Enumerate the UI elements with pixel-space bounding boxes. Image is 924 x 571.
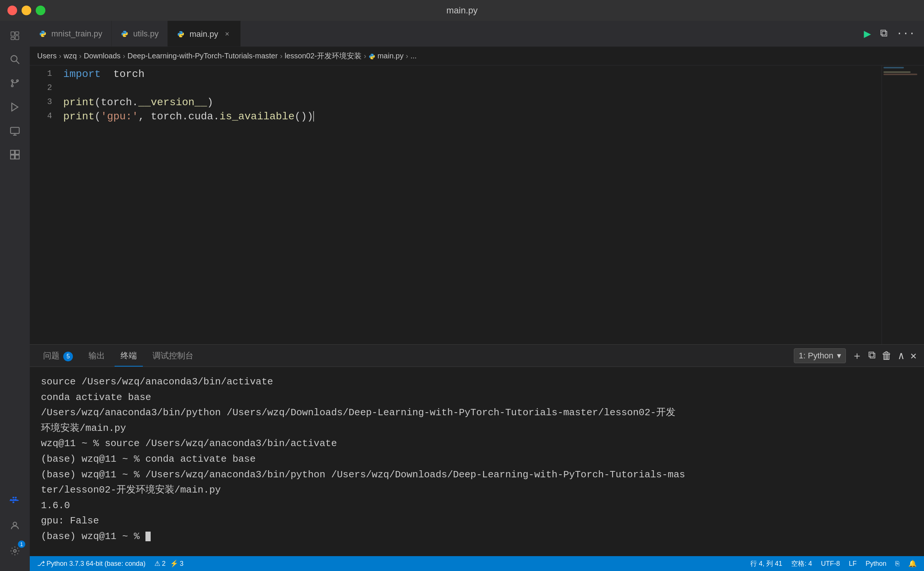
sidebar-item-remote[interactable] [4, 120, 26, 142]
close-button[interactable] [8, 6, 17, 15]
minimize-button[interactable] [22, 6, 31, 15]
collapse-panel-up-button[interactable]: ∧ [898, 349, 904, 362]
tab-mnist[interactable]: mnist_train.py [30, 21, 111, 46]
tab-utils[interactable]: utils.py [111, 21, 168, 46]
status-error-count: 3 [180, 560, 183, 568]
sidebar-item-explorer[interactable] [4, 25, 26, 47]
svg-rect-22 [12, 497, 14, 498]
breadcrumb-sep: › [406, 52, 409, 60]
status-spaces[interactable]: 空格: 4 [790, 559, 814, 568]
breadcrumb-project[interactable]: Deep-Learning-with-PyTorch-Tutorials-mas… [128, 52, 278, 60]
svg-marker-9 [12, 103, 18, 111]
terminal-selector[interactable]: 1: Python ▾ [794, 348, 846, 363]
run-button[interactable]: ▶ [862, 25, 872, 43]
terminal-line: 1.6.0 [41, 498, 913, 514]
app-body: 1 mnist_train.py utils.py [0, 21, 924, 571]
warning-icon: ⚠ [154, 559, 160, 568]
line-number: 1 [47, 67, 52, 81]
code-content[interactable]: import torch print (torch. __version__ )… [59, 65, 924, 344]
tab-close-button[interactable]: × [223, 30, 231, 39]
split-terminal-button[interactable]: ⧉ [868, 350, 876, 361]
window-controls[interactable] [8, 6, 45, 15]
problems-badge: 5 [63, 352, 73, 361]
tab-main[interactable]: main.py × [168, 21, 241, 46]
breadcrumb-sep: › [123, 52, 125, 60]
terminal-line: gpu: False [41, 513, 913, 529]
svg-point-4 [11, 56, 17, 62]
code-text: torch [101, 68, 145, 80]
panel-tab-terminal[interactable]: 终端 [115, 348, 143, 364]
panel-tab-problems[interactable]: 问题 5 [37, 348, 79, 364]
sidebar-item-accounts[interactable] [4, 514, 26, 537]
svg-rect-1 [15, 32, 19, 35]
breadcrumb-wzq[interactable]: wzq [63, 52, 77, 60]
keyword-import: import [63, 68, 101, 80]
status-language[interactable]: Python [864, 560, 888, 568]
text-cursor [313, 111, 314, 122]
minimap-line [884, 71, 911, 73]
panel: 问题 5 输出 终端 调试控制台 1: Python ▾ ＋ [30, 344, 924, 556]
line-numbers: 1 2 3 4 [30, 65, 59, 344]
status-notifications[interactable]: 🔔 [907, 559, 918, 568]
python-icon [121, 30, 129, 38]
status-bar-right: 行 4, 列 41 空格: 4 UTF-8 LF Python ⎘ 🔔 [749, 559, 918, 568]
breadcrumb-downloads[interactable]: Downloads [84, 52, 121, 60]
terminal-prompt: (base) wzq@11 ~ % [41, 529, 913, 545]
tab-label: utils.py [133, 29, 158, 39]
code-text: , torch.cuda. [138, 111, 220, 122]
status-warnings[interactable]: ⚠ 2 ⚡ 3 [153, 559, 185, 568]
panel-tab-debug-console[interactable]: 调试控制台 [147, 348, 200, 364]
more-actions-button[interactable]: ··· [895, 26, 916, 41]
breadcrumb-sep: › [364, 52, 367, 60]
svg-rect-3 [11, 37, 14, 40]
sidebar-item-search[interactable] [4, 48, 26, 71]
close-panel-button[interactable]: ✕ [910, 349, 916, 362]
sidebar-item-docker[interactable] [4, 489, 26, 511]
status-branch-label: Python 3.7.3 64-bit (base: conda) [46, 560, 145, 568]
breadcrumb-users[interactable]: Users [37, 52, 57, 60]
svg-rect-23 [12, 502, 14, 503]
status-bar: ⎇ Python 3.7.3 64-bit (base: conda) ⚠ 2 … [30, 556, 924, 571]
breadcrumb: Users › wzq › Downloads › Deep-Learning-… [30, 47, 924, 65]
svg-rect-14 [11, 150, 14, 154]
delete-terminal-button[interactable]: 🗑 [882, 349, 892, 362]
code-line-2 [59, 81, 924, 95]
svg-rect-15 [15, 150, 19, 154]
maximize-button[interactable] [36, 6, 45, 15]
status-eol[interactable]: LF [847, 560, 858, 568]
status-cursor-position[interactable]: 行 4, 列 41 [749, 559, 784, 568]
svg-rect-2 [15, 35, 19, 40]
breadcrumb-more[interactable]: ... [410, 52, 416, 60]
status-encoding[interactable]: UTF-8 [819, 560, 841, 568]
sidebar-item-source-control[interactable] [4, 72, 26, 94]
code-editor[interactable]: 1 2 3 4 import torch print (torch. __ver… [30, 65, 924, 344]
sidebar-item-settings[interactable]: 1 [4, 540, 26, 562]
panel-tab-bar: 问题 5 输出 终端 调试控制台 1: Python ▾ ＋ [30, 345, 924, 367]
breadcrumb-sep: › [59, 52, 61, 60]
code-text: ()) [295, 111, 313, 122]
tab-bar: mnist_train.py utils.py main.py × ▶ ⧉ ··… [30, 21, 924, 47]
panel-tab-label: 调试控制台 [153, 351, 193, 360]
panel-tab-output[interactable]: 输出 [83, 348, 111, 364]
str-gpu: 'gpu:' [101, 111, 138, 122]
error-icon: ⚡ [170, 559, 178, 568]
new-terminal-button[interactable]: ＋ [852, 349, 862, 363]
git-branch-icon: ⎇ [37, 559, 45, 568]
chevron-down-icon: ▾ [837, 351, 841, 361]
breadcrumb-mainpy[interactable]: main.py [378, 52, 404, 60]
status-feedback[interactable]: ⎘ [894, 560, 901, 568]
activity-bar: 1 [0, 21, 30, 571]
status-branch[interactable]: ⎇ Python 3.7.3 64-bit (base: conda) [36, 559, 147, 568]
sidebar-item-extensions[interactable] [4, 144, 26, 166]
python-icon [177, 30, 185, 38]
sidebar-item-run[interactable] [4, 96, 26, 118]
terminal-line: source /Users/wzq/anaconda3/bin/activate [41, 374, 913, 390]
svg-point-25 [14, 550, 16, 552]
panel-actions: 1: Python ▾ ＋ ⧉ 🗑 ∧ ✕ [794, 348, 916, 363]
terminal-content[interactable]: source /Users/wzq/anaconda3/bin/activate… [30, 367, 924, 556]
svg-rect-0 [11, 32, 14, 36]
breadcrumb-lesson[interactable]: lesson02-开发环境安装 [285, 51, 362, 61]
tab-label: mnist_train.py [51, 29, 102, 39]
svg-rect-21 [15, 497, 17, 498]
split-editor-button[interactable]: ⧉ [879, 26, 889, 41]
